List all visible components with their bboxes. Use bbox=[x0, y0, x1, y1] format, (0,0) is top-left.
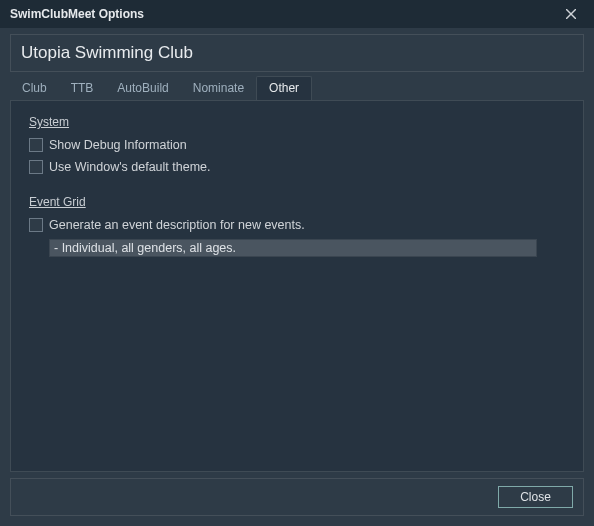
tab-ttb[interactable]: TTB bbox=[59, 77, 106, 100]
label-show-debug: Show Debug Information bbox=[49, 138, 187, 152]
titlebar-close-button[interactable] bbox=[556, 0, 586, 28]
label-default-theme: Use Window's default theme. bbox=[49, 160, 211, 174]
checkbox-generate-desc[interactable] bbox=[29, 218, 43, 232]
checkbox-show-debug[interactable] bbox=[29, 138, 43, 152]
close-button[interactable]: Close bbox=[498, 486, 573, 508]
footer: Close bbox=[10, 478, 584, 516]
close-icon bbox=[566, 9, 576, 19]
content-panel: System Show Debug Information Use Window… bbox=[10, 100, 584, 472]
checkbox-default-theme[interactable] bbox=[29, 160, 43, 174]
tab-other-content: System Show Debug Information Use Window… bbox=[11, 101, 583, 471]
window-title: SwimClubMeet Options bbox=[10, 7, 144, 21]
row-generate-desc: Generate an event description for new ev… bbox=[29, 215, 565, 235]
row-show-debug: Show Debug Information bbox=[29, 135, 565, 155]
tab-nominate[interactable]: Nominate bbox=[181, 77, 256, 100]
club-name: Utopia Swimming Club bbox=[21, 43, 193, 63]
section-title-event-grid: Event Grid bbox=[29, 195, 565, 209]
club-header: Utopia Swimming Club bbox=[10, 34, 584, 72]
label-generate-desc: Generate an event description for new ev… bbox=[49, 218, 305, 232]
tab-bar: Club TTB AutoBuild Nominate Other bbox=[10, 78, 584, 100]
tab-other[interactable]: Other bbox=[256, 76, 312, 100]
options-window: SwimClubMeet Options Utopia Swimming Clu… bbox=[0, 0, 594, 526]
titlebar: SwimClubMeet Options bbox=[0, 0, 594, 28]
section-title-system: System bbox=[29, 115, 565, 129]
event-description-field[interactable]: - Individual, all genders, all ages. bbox=[49, 239, 537, 257]
tab-autobuild[interactable]: AutoBuild bbox=[105, 77, 180, 100]
tab-club[interactable]: Club bbox=[10, 77, 59, 100]
row-default-theme: Use Window's default theme. bbox=[29, 157, 565, 177]
